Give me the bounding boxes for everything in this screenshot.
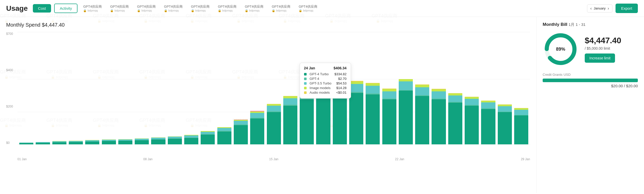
bar-group-23 xyxy=(382,89,397,144)
donut-percentage: 89% xyxy=(556,47,565,52)
bar-segment-day12-0 xyxy=(201,135,215,144)
tooltip-date-label: 24 Jan xyxy=(304,66,315,70)
bar-group-3 xyxy=(52,141,67,144)
bar-segment-day25-0 xyxy=(415,96,429,144)
tooltip-row-0: GPT-4 Turbo $334.82 xyxy=(304,72,347,76)
bar-segment-day23-0 xyxy=(382,99,396,144)
bar-segment-day26-2 xyxy=(432,91,446,99)
bar-group-25 xyxy=(414,84,430,144)
bar-segment-day1-0 xyxy=(19,143,33,144)
monthly-spend-label: Monthly Spend $4,447.40 xyxy=(6,22,530,28)
bar-segment-day11-0 xyxy=(184,138,198,144)
prev-month-button[interactable]: ‹ xyxy=(590,6,592,11)
bill-content: 89% $4,447.40 / $5,000.00 limit Increase… xyxy=(543,31,638,67)
bar-segment-day17-3 xyxy=(283,96,297,98)
bar-group-8 xyxy=(134,138,150,144)
bar-segment-day13-2 xyxy=(217,128,231,131)
bar-segment-day27-0 xyxy=(448,103,462,144)
bar-group-5 xyxy=(84,140,100,144)
bar-segment-day25-2 xyxy=(415,87,429,95)
tooltip-model-1: GPT-4 xyxy=(310,77,335,81)
increase-limit-button[interactable]: Increase limit xyxy=(585,53,615,63)
page-title: Usage xyxy=(6,4,28,13)
bar-segment-day21-0 xyxy=(349,93,363,144)
bar-segment-day4-0 xyxy=(69,142,83,144)
bar-segment-day14-0 xyxy=(234,125,248,144)
y-label-200: $200 xyxy=(6,105,16,108)
tooltip-dot-0 xyxy=(304,73,307,76)
tooltip-val-4: <$0.01 xyxy=(336,91,346,94)
bar-group-22 xyxy=(365,83,380,144)
tooltip: 24 Jan $406.34 GPT-4 Turbo $334.82 GPT-4… xyxy=(300,63,351,99)
bill-amount: $4,447.40 xyxy=(585,36,638,45)
filter-gpt4-9[interactable]: GPT4供应商 🔒 bdpmqq xyxy=(296,4,320,13)
filter-gpt4-8[interactable]: GPT4供应商 🔒 bdpmqq xyxy=(269,4,293,13)
bar-segment-day17-2 xyxy=(283,98,297,105)
bar-segment-day9-0 xyxy=(151,139,165,144)
month-label: January xyxy=(594,6,606,10)
bill-period: 1月 1 - 31 xyxy=(569,22,586,27)
tooltip-val-2: $54.53 xyxy=(336,81,347,85)
progress-track xyxy=(543,79,638,82)
x-label-29jan: 29 Jan xyxy=(521,157,530,161)
y-axis: $700 $400 $200 $0 xyxy=(6,32,16,145)
monthly-spend-title: Monthly Spend xyxy=(6,22,40,28)
bar-group-7 xyxy=(118,139,133,144)
bill-limit: / $5,000.00 limit xyxy=(585,46,638,50)
bar-group-11 xyxy=(183,135,199,144)
tooltip-model-0: GPT-4 Turbo xyxy=(310,72,331,76)
bar-group-2 xyxy=(35,142,51,144)
bar-segment-day17-0 xyxy=(283,106,297,144)
bar-group-26 xyxy=(431,89,446,144)
tooltip-val-3: $14.28 xyxy=(336,86,347,90)
bar-segment-day22-3 xyxy=(366,83,380,86)
chart-area: Monthly Spend $4,447.40 $700 $400 $200 $… xyxy=(0,17,536,193)
bar-segment-day26-3 xyxy=(432,89,446,91)
bar-group-24 xyxy=(398,79,414,144)
tooltip-model-2: GPT-3.5 Turbo xyxy=(310,81,333,85)
bar-group-13 xyxy=(217,127,232,144)
bar-segment-day21-3 xyxy=(349,82,363,84)
credit-grants: Credit Grants USD $20.00 / $20.00 xyxy=(543,72,638,88)
bar-segment-day2-0 xyxy=(36,143,50,144)
tooltip-model-3: Image models xyxy=(310,86,333,90)
bar-segment-day27-2 xyxy=(448,95,462,102)
bar-segment-day5-0 xyxy=(85,142,99,144)
bar-segment-day3-0 xyxy=(52,142,66,144)
bar-segment-day28-0 xyxy=(465,106,479,144)
monthly-bill-title: Monthly Bill 1月 1 - 31 xyxy=(543,22,638,27)
bar-segment-day31-2 xyxy=(514,110,528,115)
filter-gpt4-2[interactable]: GPT4供应商 🔒 bdpmqq xyxy=(108,4,131,13)
tooltip-model-4: Audio models xyxy=(310,91,333,94)
filter-gpt4-4[interactable]: GPT4供应商 🔒 bdpmqq xyxy=(161,4,185,13)
bar-segment-day16-0 xyxy=(267,112,281,144)
tooltip-val-0: $334.82 xyxy=(335,72,347,76)
filter-gpt4-7[interactable]: GPT4供应商 🔒 bdpmqq xyxy=(242,4,266,13)
bar-segment-day19-0 xyxy=(316,94,330,144)
bar-segment-day25-3 xyxy=(415,85,429,87)
bar-segment-day31-0 xyxy=(514,115,528,144)
tooltip-date: 24 Jan $406.34 xyxy=(304,66,347,70)
bar-segment-day15-2 xyxy=(250,113,264,118)
donut-chart: 89% xyxy=(543,31,579,67)
next-month-button[interactable]: › xyxy=(608,6,609,11)
tab-cost[interactable]: Cost xyxy=(33,4,51,13)
tab-activity[interactable]: Activity xyxy=(54,4,78,13)
bar-group-17 xyxy=(282,96,298,144)
bar-group-6 xyxy=(101,139,116,144)
filter-gpt4-3[interactable]: GPT4供应商 🔒 bdpmqq xyxy=(134,4,158,13)
chart-inner xyxy=(17,32,530,145)
filter-gpt4-6[interactable]: GPT4供应商 🔒 bdpmqq xyxy=(215,4,239,13)
bar-group-10 xyxy=(167,136,183,144)
tooltip-dot-3 xyxy=(304,87,307,89)
bar-segment-day11-2 xyxy=(184,135,198,137)
export-button[interactable]: Export xyxy=(616,4,638,13)
credit-value: $20.00 / $20.00 xyxy=(543,84,638,88)
bar-group-12 xyxy=(200,131,216,144)
tooltip-row-3: Image models $14.28 xyxy=(304,86,347,90)
filter-gpt4-1[interactable]: GPT4供应商 🔒 bdpmqq xyxy=(81,4,104,13)
bar-group-28 xyxy=(464,97,480,144)
filter-gpt4-5[interactable]: GPT4供应商 🔒 bdpmqq xyxy=(188,4,212,13)
bar-segment-day10-0 xyxy=(168,139,182,144)
bar-segment-day14-2 xyxy=(234,121,248,124)
